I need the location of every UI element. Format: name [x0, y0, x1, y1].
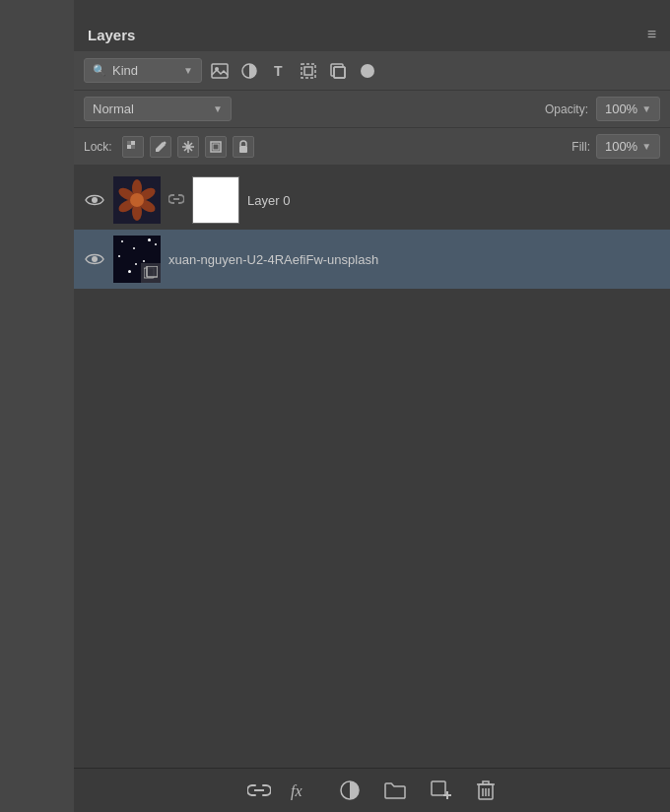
- svg-text:T: T: [274, 63, 283, 79]
- layer-mask-thumbnail: [192, 176, 239, 224]
- lock-all-icon[interactable]: [233, 136, 254, 158]
- svg-text:fx: fx: [291, 782, 302, 800]
- svg-rect-13: [131, 145, 135, 149]
- svg-rect-7: [334, 67, 345, 78]
- smart-object-badge: [141, 263, 161, 283]
- panel-area: Layers ≡ 🔍 Kind ▼: [74, 0, 670, 812]
- panel-title: Layers: [88, 27, 135, 51]
- blend-mode-label: Normal: [93, 102, 134, 116]
- main-layout: Layers ≡ 🔍 Kind ▼: [0, 0, 670, 812]
- image-filter-icon[interactable]: [208, 59, 232, 83]
- new-fill-adjustment-icon[interactable]: [336, 777, 364, 804]
- svg-point-14: [163, 141, 166, 144]
- opacity-dropdown[interactable]: 100% ▼: [596, 97, 660, 121]
- svg-point-20: [92, 256, 98, 262]
- chevron-down-icon: ▼: [183, 65, 193, 76]
- toolbar-row1: 🔍 Kind ▼: [74, 51, 670, 90]
- shape-filter-icon[interactable]: [297, 59, 320, 83]
- panel-header: Layers ≡: [74, 0, 670, 51]
- search-icon: 🔍: [93, 64, 106, 77]
- layer-effects-icon[interactable]: fx: [291, 777, 318, 804]
- svg-rect-16: [213, 144, 219, 150]
- layer-visibility-icon[interactable]: [84, 248, 105, 270]
- lock-transparent-icon[interactable]: [122, 136, 144, 158]
- layer-name: xuan-nguyen-U2-4RAefiFw-unsplash: [168, 252, 660, 267]
- fill-dropdown[interactable]: 100% ▼: [596, 134, 660, 159]
- opacity-label: Opacity:: [545, 102, 588, 116]
- kind-label: Kind: [112, 63, 138, 78]
- toolbar-row2: Normal ▼ Opacity: 100% ▼: [74, 90, 670, 127]
- svg-rect-10: [127, 141, 131, 145]
- opacity-chevron-icon: ▼: [641, 103, 651, 114]
- layer-link-icon[interactable]: [168, 191, 184, 210]
- panel-menu-icon[interactable]: ≡: [647, 26, 656, 51]
- bottom-toolbar: fx: [74, 768, 670, 812]
- layers-list: Layer 0: [74, 165, 670, 768]
- pixel-filter-icon[interactable]: [356, 59, 379, 83]
- fill-label: Fill:: [571, 140, 590, 154]
- svg-rect-27: [432, 781, 445, 795]
- svg-rect-11: [131, 141, 135, 145]
- toolbar-row3: Lock:: [74, 127, 670, 165]
- lock-position-icon[interactable]: [177, 136, 199, 158]
- delete-layer-icon[interactable]: [472, 777, 500, 804]
- lock-label: Lock:: [84, 140, 112, 154]
- lock-image-icon[interactable]: [150, 136, 171, 158]
- kind-dropdown[interactable]: 🔍 Kind ▼: [84, 58, 202, 83]
- fill-chevron-icon: ▼: [641, 141, 651, 152]
- svg-point-9: [361, 64, 374, 78]
- svg-rect-17: [239, 146, 247, 153]
- blend-mode-dropdown[interactable]: Normal ▼: [84, 97, 232, 121]
- svg-point-18: [92, 197, 98, 203]
- svg-rect-22: [147, 266, 158, 277]
- link-layers-icon[interactable]: [245, 777, 273, 804]
- blend-chevron-icon: ▼: [213, 103, 223, 114]
- opacity-value-text: 100%: [605, 102, 637, 116]
- new-layer-icon[interactable]: [427, 777, 454, 804]
- svg-rect-0: [212, 64, 228, 78]
- fill-value-text: 100%: [605, 139, 637, 154]
- layer-thumbnail: [113, 176, 161, 224]
- adjustment-filter-icon[interactable]: [237, 59, 261, 83]
- svg-rect-4: [302, 64, 315, 78]
- svg-rect-12: [127, 145, 131, 149]
- layer-name: Layer 0: [247, 193, 660, 208]
- lock-artboard-icon[interactable]: [205, 136, 227, 158]
- svg-rect-5: [304, 67, 312, 75]
- smart-object-filter-icon[interactable]: [326, 59, 350, 83]
- layer-thumbnail: [113, 236, 161, 283]
- layer-item[interactable]: Layer 0: [74, 170, 670, 230]
- type-filter-icon[interactable]: T: [267, 59, 291, 83]
- new-group-icon[interactable]: [381, 777, 409, 804]
- layer-visibility-icon[interactable]: [84, 189, 105, 211]
- left-strip: [0, 0, 74, 812]
- layer-item[interactable]: xuan-nguyen-U2-4RAefiFw-unsplash: [74, 230, 670, 289]
